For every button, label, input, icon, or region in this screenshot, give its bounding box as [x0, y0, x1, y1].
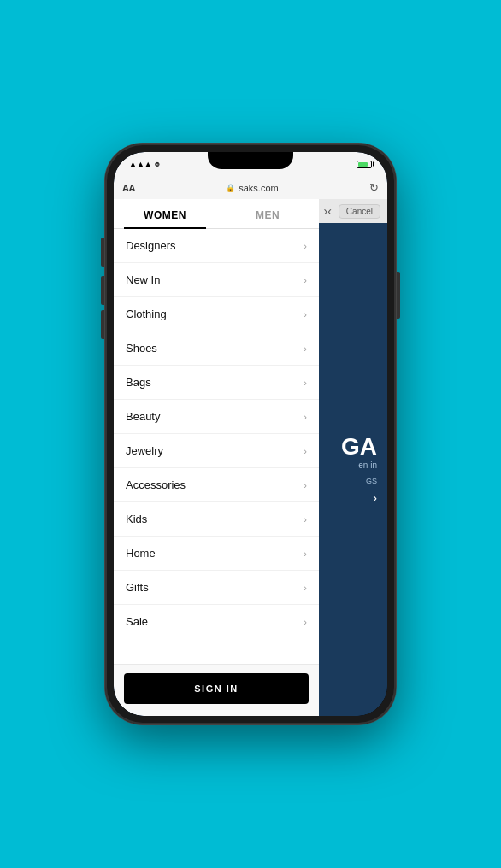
tab-women[interactable]: WOMEN	[114, 199, 216, 228]
signal-bars-icon: ▲▲▲	[129, 160, 152, 168]
menu-item-clothing[interactable]: Clothing ›	[114, 297, 319, 331]
chevron-right-icon-jewelry: ›	[304, 446, 307, 456]
notch	[208, 152, 293, 169]
menu-item-label-clothing: Clothing	[126, 308, 167, 320]
menu-item-bags[interactable]: Bags ›	[114, 366, 319, 400]
chevron-right-icon-designers: ›	[304, 241, 307, 251]
chevron-right-icon-home: ›	[304, 548, 307, 559]
battery-fill	[358, 162, 368, 167]
chevron-right-icon-kids: ›	[304, 514, 307, 525]
browser-bar: AA 🔒 saks.com ↻	[114, 176, 387, 199]
menu-item-accessories[interactable]: Accessories ›	[114, 468, 319, 502]
menu-item-new-in[interactable]: New In ›	[114, 263, 319, 297]
menu-item-label-beauty: Beauty	[126, 410, 160, 423]
phone-inner: ▲▲▲ ⌾ AA 🔒 saks.com ↻	[114, 152, 387, 716]
menu-item-gifts[interactable]: Gifts ›	[114, 571, 319, 605]
menu-item-label-gifts: Gifts	[126, 581, 149, 594]
menu-list: Designers › New In › Clothing › Sho	[114, 229, 319, 664]
chevron-right-icon-shoes: ›	[304, 343, 307, 354]
status-bar: ▲▲▲ ⌾	[114, 152, 387, 176]
bg-hero-text: GA	[341, 433, 377, 460]
nav-drawer: WOMEN MEN Designers › New In	[114, 199, 319, 716]
lock-icon: 🔒	[226, 184, 235, 192]
menu-item-home[interactable]: Home ›	[114, 537, 319, 571]
refresh-button[interactable]: ↻	[369, 181, 379, 194]
tabs-container: WOMEN MEN	[114, 199, 319, 229]
menu-item-sale[interactable]: Sale ›	[114, 605, 319, 638]
menu-item-label-bags: Bags	[126, 376, 151, 389]
battery-area	[357, 161, 372, 168]
phone-frame: ▲▲▲ ⌾ AA 🔒 saks.com ↻	[105, 144, 396, 724]
bg-bags-label: GS	[366, 477, 377, 485]
chevron-right-icon-sale: ›	[304, 617, 307, 627]
menu-item-designers[interactable]: Designers ›	[114, 229, 319, 263]
menu-item-label-accessories: Accessories	[126, 478, 186, 491]
battery-icon	[357, 161, 372, 168]
menu-item-label-jewelry: Jewelry	[126, 444, 163, 457]
cancel-button[interactable]: Cancel	[339, 204, 380, 219]
aa-button[interactable]: AA	[122, 183, 135, 193]
bg-arrow-icon: ›	[373, 490, 377, 506]
screen: ▲▲▲ ⌾ AA 🔒 saks.com ↻	[114, 152, 387, 716]
menu-item-label-kids: Kids	[126, 513, 147, 525]
chevron-right-icon-gifts: ›	[304, 583, 307, 593]
tab-men[interactable]: MEN	[216, 199, 319, 228]
menu-item-label-shoes: Shoes	[126, 342, 157, 355]
menu-item-label-sale: Sale	[126, 615, 148, 628]
url-text: saks.com	[239, 183, 278, 193]
chevron-right-icon-beauty: ›	[304, 412, 307, 422]
chevron-right-icon-new-in: ›	[304, 275, 307, 285]
signin-area: SIGN IN	[114, 664, 319, 716]
chevron-right-icon-clothing: ›	[304, 309, 307, 320]
menu-item-kids[interactable]: Kids ›	[114, 502, 319, 537]
menu-item-label-new-in: New In	[126, 273, 160, 286]
main-content: 🛍 ✕ ›‹ Cancel GA en in GS ›	[114, 199, 387, 716]
menu-item-label-designers: Designers	[126, 239, 176, 252]
url-bar[interactable]: 🔒 saks.com	[140, 183, 364, 193]
chevron-right-icon-accessories: ›	[304, 480, 307, 490]
menu-item-label-home: Home	[126, 547, 156, 560]
bg-hero-sub: en in	[358, 460, 377, 470]
signin-button[interactable]: SIGN IN	[124, 673, 309, 704]
menu-item-beauty[interactable]: Beauty ›	[114, 400, 319, 434]
wifi-icon: ⌾	[155, 160, 159, 168]
signal-area: ▲▲▲ ⌾	[129, 160, 159, 168]
menu-item-jewelry[interactable]: Jewelry ›	[114, 434, 319, 468]
menu-item-shoes[interactable]: Shoes ›	[114, 331, 319, 366]
chevron-right-icon-bags: ›	[304, 378, 307, 388]
